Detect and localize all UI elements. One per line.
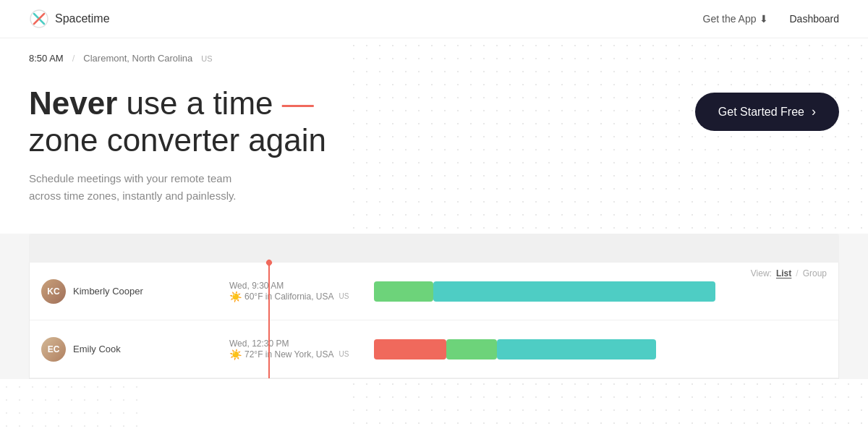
dashboard-link[interactable]: Dashboard <box>790 13 840 25</box>
emily-weather-text: 72°F in New York, USA <box>244 349 334 359</box>
logo-text: Spacetime <box>55 12 110 25</box>
hero-title-bold: Never <box>29 85 117 121</box>
table-row: EC Emily Cook Wed, 12:30 PM ☀️ 72°F in N… <box>30 320 838 378</box>
emily-bar-blue <box>497 339 656 359</box>
hero-subtitle-2: across time zones, instantly and painles… <box>29 187 326 205</box>
get-app-label: Get the App <box>703 13 757 25</box>
kimberly-timeline-bars <box>374 279 827 304</box>
cta-label: Get Started Free <box>718 106 804 119</box>
time-indicator <box>268 263 270 378</box>
emily-weather: ☀️ 72°F in New York, USA us <box>229 349 374 360</box>
main-content: 8:50 AM / Claremont, North Carolina us N… <box>0 38 868 379</box>
member-info-emily: EC Emily Cook <box>41 337 229 362</box>
emily-bar-red <box>374 339 446 359</box>
current-time: 8:50 AM <box>29 53 64 64</box>
avatar-emily: EC <box>41 337 66 362</box>
emily-country: us <box>339 350 349 358</box>
sun-icon-kimberly: ☀️ <box>229 291 242 302</box>
emily-time-info: Wed, 12:30 PM ☀️ 72°F in New York, USA u… <box>229 339 374 360</box>
header: Spacetime Get the App ⬇ Dashboard <box>0 0 868 38</box>
kimberly-weather-text: 60°F in California, USA <box>244 292 334 302</box>
timeline-section: View: List / Group KC Kimberly Cooper We… <box>0 234 868 379</box>
get-started-button[interactable]: Get Started Free › <box>695 93 839 131</box>
table-row: KC Kimberly Cooper Wed, 9:30 AM ☀️ 60°F … <box>30 263 838 320</box>
location-country: us <box>201 54 212 63</box>
location-divider: / <box>72 53 75 64</box>
member-name-kimberly: Kimberly Cooper <box>73 286 143 297</box>
logo-area[interactable]: Spacetime <box>29 9 110 29</box>
logo-icon <box>29 9 49 29</box>
kimberly-bar-green <box>374 281 433 302</box>
kimberly-time-info: Wed, 9:30 AM ☀️ 60°F in California, USA … <box>229 281 374 302</box>
timeline-header-bar <box>29 234 839 263</box>
kimberly-datetime: Wed, 9:30 AM <box>229 281 374 291</box>
header-nav: Get the App ⬇ Dashboard <box>703 13 839 25</box>
sun-icon-emily: ☀️ <box>229 349 242 360</box>
hero-section: Never use a time — zone converter again … <box>29 85 839 205</box>
hero-title: Never use a time — zone converter again <box>29 85 326 158</box>
timeline-content: View: List / Group KC Kimberly Cooper We… <box>29 263 839 379</box>
avatar-kimberly: KC <box>41 279 66 304</box>
emily-datetime: Wed, 12:30 PM <box>229 339 374 349</box>
hero-dash: — <box>282 85 314 121</box>
location-city: Claremont, North Carolina <box>83 53 192 64</box>
kimberly-country: us <box>339 292 349 300</box>
hero-title-line2: zone converter again <box>29 122 326 158</box>
emily-bar-green <box>446 339 497 359</box>
get-app-link[interactable]: Get the App ⬇ <box>703 13 768 25</box>
hero-subtitle-1: Schedule meetings with your remote team <box>29 170 326 187</box>
cta-arrow-icon: › <box>812 104 816 119</box>
member-info-kimberly: KC Kimberly Cooper <box>41 279 229 304</box>
hero-text: Never use a time — zone converter again … <box>29 85 326 205</box>
emily-timeline-bars <box>374 337 827 362</box>
kimberly-weather: ☀️ 60°F in California, USA us <box>229 291 374 302</box>
hero-title-rest: use a time <box>117 85 281 121</box>
member-name-emily: Emily Cook <box>73 344 121 354</box>
download-icon: ⬇ <box>760 13 768 25</box>
kimberly-bar-blue <box>433 281 715 302</box>
location-bar: 8:50 AM / Claremont, North Carolina us <box>29 53 839 64</box>
hero-cta: Get Started Free › <box>695 93 839 131</box>
